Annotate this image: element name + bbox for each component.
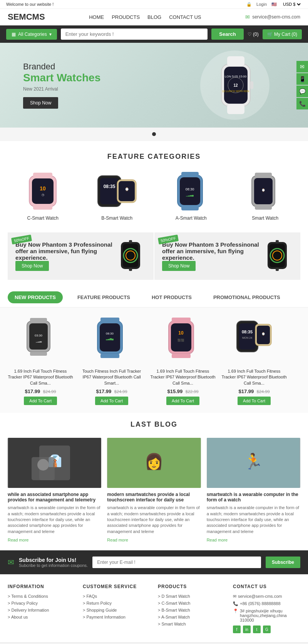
hero-image: LON 5:05 15:00 12 12 LUNCH WITH KEN (192, 47, 277, 125)
footer-about[interactable]: About us (8, 615, 75, 619)
svg-rect-30 (255, 173, 272, 177)
promo-banners: 50%OFF Buy Now Phantom 3 Professinonal o… (0, 232, 308, 288)
footer-contact: CONTACT US ✉ service@sem-cms.com 📞 +86 (… (233, 584, 300, 633)
social-twitter[interactable]: t (253, 626, 261, 633)
hero-title: Smart Watches (23, 72, 100, 84)
blog-body-1: smartwatch is a wearable computer in the… (8, 505, 101, 535)
promo-text-left: Buy Now Phantom 3 Professinonal offer an… (15, 241, 115, 271)
product-tabs: NEW PRODUCTS FEATURE PRODUCTS HOT PRODUC… (0, 288, 308, 308)
footer-b-watch[interactable]: B-Smart Watch (158, 608, 225, 612)
hero-shop-now-button[interactable]: Shop Now (23, 97, 58, 109)
contact-email: service@sem-cms.com (252, 14, 300, 20)
tab-hot-products[interactable]: HOT PRODUCTS (145, 291, 199, 303)
nav-products[interactable]: PROUDCTS (112, 14, 140, 20)
blog-image-1: 👔 (8, 438, 101, 488)
add-to-cart-btn-3[interactable]: Add To Cart (166, 397, 199, 405)
social-google[interactable]: G (263, 626, 271, 633)
categories-grid: 10 ◷ C-Smart Watch 08:35 ⌚ B-Smart Watch (8, 170, 300, 221)
blog-read-more-3[interactable]: Read more (207, 538, 228, 542)
add-to-cart-btn-4[interactable]: Add To Cart (238, 397, 271, 405)
category-c-smart-watch[interactable]: 10 ◷ C-Smart Watch (10, 170, 75, 221)
footer-d-watch[interactable]: D Smart Watch (158, 594, 225, 599)
svg-rect-38 (129, 268, 132, 271)
nav-home[interactable]: HOME (89, 14, 104, 20)
product-price-1: $17.99 (25, 388, 40, 394)
footer-smart-watch[interactable]: Smart Watch (158, 622, 225, 626)
add-to-cart-btn-2[interactable]: Add To Cart (95, 397, 128, 405)
blog-section: LAST BLOG 👔 while an associated smartpho… (0, 413, 308, 550)
promo-watch-left (115, 240, 146, 272)
promo-shop-btn-left[interactable]: Shop Now (15, 261, 49, 271)
category-smart-label: Smart Watch (233, 215, 298, 221)
svg-rect-9 (250, 81, 253, 89)
product-card-4: 08:35 MON 24 ⌚ 1.69 Inch Full Touch Fitn… (221, 315, 287, 405)
promo-watch-right (262, 240, 293, 272)
footer-cs-title: CUSTOMER SERVICE (83, 584, 150, 589)
subscribe-email-input[interactable] (92, 557, 261, 568)
category-smart-watch[interactable]: ⌚ Smart Watch (233, 170, 298, 221)
nav-contact-email: ✉ service@sem-cms.com (245, 14, 300, 20)
footer-shopping[interactable]: Shopping Guide (83, 608, 150, 612)
svg-text:10: 10 (178, 330, 184, 336)
footer-faqs[interactable]: FAQs (83, 594, 150, 599)
blog-image-3: 🏃 (207, 438, 300, 488)
footer-delivery[interactable]: Delivery Information (8, 608, 75, 612)
tab-new-products[interactable]: NEW PRODUCTS (8, 291, 63, 303)
footer-terms[interactable]: Terms & Conditions (8, 594, 75, 599)
hero-dot-1[interactable] (152, 132, 156, 136)
nav-blog[interactable]: BLOG (147, 14, 161, 20)
svg-text:12: 12 (233, 83, 238, 87)
footer-privacy[interactable]: Privacy Policy (8, 601, 75, 605)
footer-contact-phone: 📞 +86 (0576) 88888888 (233, 601, 300, 606)
floating-buttons: ✉ 📱 💬 📞 (296, 61, 308, 109)
footer-c-watch[interactable]: C-Smart Watch (158, 601, 225, 605)
blog-read-more-1[interactable]: Read more (8, 538, 28, 542)
category-b-smart-watch[interactable]: 08:35 ⌚ B-Smart Watch (84, 170, 150, 221)
float-phone-btn[interactable]: 📱 (296, 73, 308, 85)
svg-point-74 (37, 459, 49, 471)
svg-text:◷: ◷ (42, 193, 44, 197)
product-old-price-2: $24.99 (114, 389, 127, 394)
footer-payment-info[interactable]: Payment Information (83, 615, 150, 619)
float-whatsapp-btn[interactable]: 💬 (296, 86, 308, 97)
footer-contact-title: CONTACT US (233, 584, 300, 589)
float-call-btn[interactable]: 📞 (296, 98, 308, 109)
search-button[interactable]: Search (211, 29, 243, 40)
footer-customer-service: CUSTOMER SERVICE FAQs Return Policy Shop… (83, 584, 150, 633)
nav-contact[interactable]: CONTACT US (169, 14, 201, 20)
login-link[interactable]: Login (256, 2, 267, 7)
svg-rect-23 (180, 177, 200, 205)
svg-rect-61 (172, 318, 191, 322)
my-cart-button[interactable]: 🛒 My Cart (0) (263, 29, 302, 39)
category-a-smart-watch[interactable]: 08:30 ▁▂▃▄ A-Smart Watch (158, 170, 224, 221)
add-to-cart-btn-1[interactable]: Add To Cart (24, 397, 57, 405)
social-facebook[interactable]: f (233, 626, 241, 633)
flag-icon: 🇺🇸 (271, 2, 277, 7)
float-email-btn[interactable]: ✉ (296, 61, 308, 72)
search-input[interactable] (61, 29, 208, 40)
grid-icon: ▦ (12, 32, 16, 37)
subscribe-icon: ✉ (8, 558, 14, 567)
cart-icon: 🛒 (267, 32, 273, 37)
wishlist-icon[interactable]: ♡ (0) (248, 32, 259, 37)
footer-info-title: INFORMATION (8, 584, 75, 589)
social-linkedin[interactable]: in (243, 626, 251, 633)
svg-rect-58 (171, 323, 191, 351)
promo-shop-btn-right[interactable]: Shop Now (162, 261, 196, 271)
tab-promotional-products[interactable]: PROMOTIONAL PRODUCTS (206, 291, 287, 303)
svg-text:03:30: 03:30 (35, 334, 43, 337)
currency-select[interactable]: USD $ (281, 2, 302, 7)
footer-contact-email: ✉ service@sem-cms.com (233, 594, 300, 599)
blog-image-2: 👩 (107, 438, 201, 488)
footer-return[interactable]: Return Policy (83, 601, 150, 605)
category-dropdown-button[interactable]: ▦ All Categories ▾ (6, 29, 57, 40)
blog-read-more-2[interactable]: Read more (107, 538, 128, 542)
product-card-3: 10 ⬛⬛ 1.69 Inch Full Touch Fitness Track… (150, 315, 216, 405)
footer-a-watch[interactable]: A-Smart Watch (158, 615, 225, 619)
svg-rect-37 (129, 240, 132, 243)
footer: INFORMATION Terms & Conditions Privacy P… (0, 574, 308, 642)
tab-feature-products[interactable]: FEATURE PRODUCTS (70, 291, 137, 303)
subscribe-button[interactable]: Subscribe (266, 557, 300, 568)
blog-grid: 👔 while an associated smartphone app pro… (8, 438, 300, 543)
footer-information: INFORMATION Terms & Conditions Privacy P… (8, 584, 75, 633)
